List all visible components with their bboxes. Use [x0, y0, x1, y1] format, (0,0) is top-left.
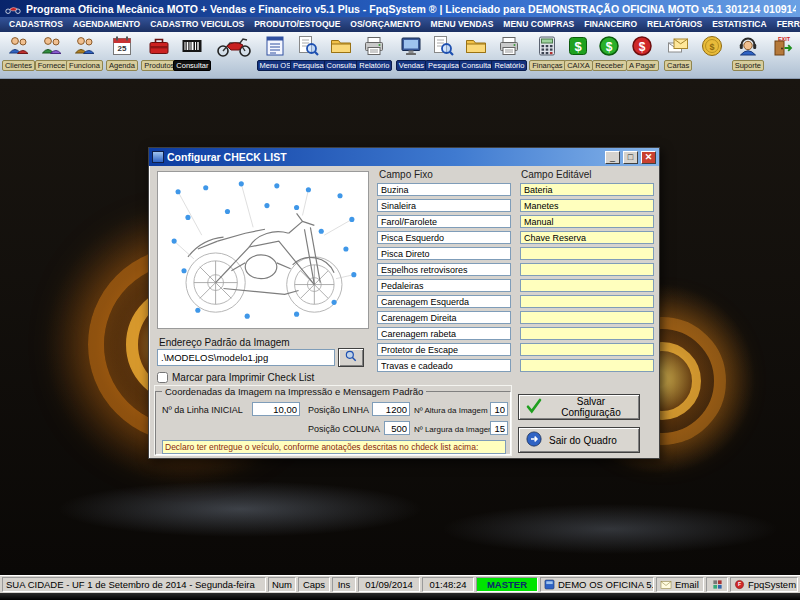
- campo-fixo-item-9[interactable]: [377, 311, 511, 324]
- cartas-button[interactable]: Cartas: [664, 33, 693, 71]
- campo-editavel-item-9[interactable]: [520, 311, 654, 324]
- menu-estatistica[interactable]: ESTATISTICA: [707, 17, 771, 32]
- menu-os-button-label: Menu OS: [257, 60, 295, 71]
- salvar-configuracao-button[interactable]: Salvar Configuração: [518, 394, 640, 420]
- menu-financeiro[interactable]: FINANCEIRO: [579, 17, 642, 32]
- vendas-pesquisa-button[interactable]: Pesquisa: [427, 33, 460, 71]
- receber-button[interactable]: $Receber: [593, 33, 626, 71]
- receber-button-label: Receber: [592, 60, 626, 71]
- campo-editavel-item-8[interactable]: [520, 295, 654, 308]
- app-window: Programa Oficina Mecânica MOTO + Vendas …: [0, 0, 800, 600]
- campo-editavel-item-12[interactable]: [520, 359, 654, 372]
- posicao-coluna-input[interactable]: [384, 421, 410, 435]
- campo-editavel-item-6[interactable]: [520, 263, 654, 276]
- produtos-button[interactable]: Produtos: [143, 33, 176, 71]
- campo-fixo-item-11[interactable]: [377, 343, 511, 356]
- financas-button[interactable]: Finanças: [531, 33, 564, 71]
- caixa-button[interactable]: $CAIXA: [564, 33, 593, 71]
- menu-os-button[interactable]: Menu OS: [259, 33, 292, 71]
- vendas-relatorio-button[interactable]: Relatório: [493, 33, 526, 71]
- os-consulta-button-label: Consulta: [324, 60, 360, 71]
- menu-cadastros[interactable]: CADASTROS: [4, 17, 68, 32]
- print-checklist-checkbox[interactable]: [157, 372, 168, 383]
- magnifier-icon: [344, 349, 358, 366]
- fornecedores-button[interactable]: Fornece: [35, 33, 68, 71]
- altura-imagem-label: Nº Altura da Imagem: [414, 406, 488, 415]
- status-email: Email: [656, 577, 704, 592]
- sair-do-quadro-button[interactable]: Sair do Quadro: [518, 427, 640, 453]
- largura-imagem-input[interactable]: [490, 421, 508, 435]
- window-bottom-edge: [0, 593, 800, 600]
- moedas-button[interactable]: $: [698, 33, 727, 59]
- campo-fixo-item-1[interactable]: [377, 183, 511, 196]
- os-consulta-button[interactable]: Consulta: [325, 33, 358, 71]
- consultar-button[interactable]: Consultar: [176, 33, 209, 71]
- campo-fixo-item-5[interactable]: [377, 247, 511, 260]
- menu-menu-vendas[interactable]: MENU VENDAS: [426, 17, 499, 32]
- envelope-icon: [660, 579, 672, 591]
- funcionarios-button[interactable]: Funciona: [68, 33, 101, 71]
- image-path-input[interactable]: [157, 349, 335, 366]
- menu-cadastro-veiculos[interactable]: CADASTRO VEICULOS: [145, 17, 249, 32]
- funcionarios-button-label: Funciona: [66, 60, 103, 71]
- a-pagar-button[interactable]: $A Pagar: [626, 33, 659, 71]
- menu-menu-compras[interactable]: MENU COMPRAS: [498, 17, 579, 32]
- produtos-button-label: Produtos: [141, 60, 177, 71]
- menu-ferramentas[interactable]: FERRAMENTAS: [772, 17, 800, 32]
- menu-produto-estoque[interactable]: PRODUTO/ESTOQUE: [249, 17, 345, 32]
- fornecedores-button-label: Fornece: [35, 60, 69, 71]
- campo-editavel-item-7[interactable]: [520, 279, 654, 292]
- exit-door-icon: EXIT: [771, 33, 795, 59]
- desktop-background: Configurar CHECK LIST _ □ ✕: [0, 79, 800, 575]
- campo-editavel-item-5[interactable]: [520, 247, 654, 260]
- menu-agendamento[interactable]: AGENDAMENTO: [68, 17, 145, 32]
- svg-text:$: $: [710, 42, 715, 52]
- suporte-button[interactable]: Suporte: [732, 33, 764, 71]
- browse-image-button[interactable]: [338, 348, 364, 367]
- campo-editavel-item-1[interactable]: [520, 183, 654, 196]
- campo-fixo-item-4[interactable]: [377, 231, 511, 244]
- dialog-icon: [152, 151, 164, 163]
- menu-relatorios[interactable]: RELATÓRIOS: [642, 17, 707, 32]
- campo-editavel-item-11[interactable]: [520, 343, 654, 356]
- dialog-maximize-button[interactable]: □: [623, 151, 638, 164]
- os-pesquisa-button[interactable]: Pesquisa: [292, 33, 325, 71]
- campo-fixo-list: [377, 183, 511, 375]
- campo-fixo-item-10[interactable]: [377, 327, 511, 340]
- status-location-date: SUA CIDADE - UF 1 de Setembro de 2014 - …: [2, 577, 266, 592]
- linha-inicial-input[interactable]: [252, 402, 300, 416]
- a-pagar-button-label: A Pagar: [626, 60, 659, 71]
- dialog-minimize-button[interactable]: _: [605, 151, 620, 164]
- campo-fixo-item-3[interactable]: [377, 215, 511, 228]
- vendas-pesquisa-button-label: Pesquisa: [425, 60, 462, 71]
- vendas-consulta-button[interactable]: Consulta: [460, 33, 493, 71]
- campo-editavel-item-4[interactable]: [520, 231, 654, 244]
- mensagem-padrao-input[interactable]: [162, 440, 506, 454]
- check-icon: [525, 397, 543, 417]
- campo-editavel-item-10[interactable]: [520, 327, 654, 340]
- campo-fixo-item-2[interactable]: [377, 199, 511, 212]
- campo-fixo-item-6[interactable]: [377, 263, 511, 276]
- toolbox-icon: [147, 33, 171, 59]
- campo-editavel-item-3[interactable]: [520, 215, 654, 228]
- motorcycle-icon: [214, 33, 254, 59]
- altura-imagem-input[interactable]: [490, 402, 508, 416]
- cash-icon: $: [566, 33, 590, 59]
- campo-editavel-item-2[interactable]: [520, 199, 654, 212]
- campo-fixo-item-8[interactable]: [377, 295, 511, 308]
- menu-os-orcamento[interactable]: OS/ORÇAMENTO: [345, 17, 425, 32]
- vendas-button[interactable]: Vendas: [396, 33, 427, 71]
- salvar-label: Salvar Configuração: [549, 396, 633, 418]
- exit-arrow-icon: [525, 430, 543, 450]
- agenda-button[interactable]: 25Agenda: [106, 33, 138, 71]
- motorcycle-sketch: [158, 172, 368, 328]
- campo-fixo-item-12[interactable]: [377, 359, 511, 372]
- posicao-linha-input[interactable]: [372, 402, 410, 416]
- dialog-close-button[interactable]: ✕: [641, 151, 656, 164]
- status-bar: SUA CIDADE - UF 1 de Setembro de 2014 - …: [0, 575, 800, 593]
- os-relatorio-button[interactable]: Relatório: [358, 33, 391, 71]
- dialog-titlebar[interactable]: Configurar CHECK LIST _ □ ✕: [149, 148, 659, 166]
- campo-fixo-item-7[interactable]: [377, 279, 511, 292]
- sair-button[interactable]: EXIT: [769, 33, 798, 59]
- clientes-button[interactable]: Clientes: [2, 33, 35, 71]
